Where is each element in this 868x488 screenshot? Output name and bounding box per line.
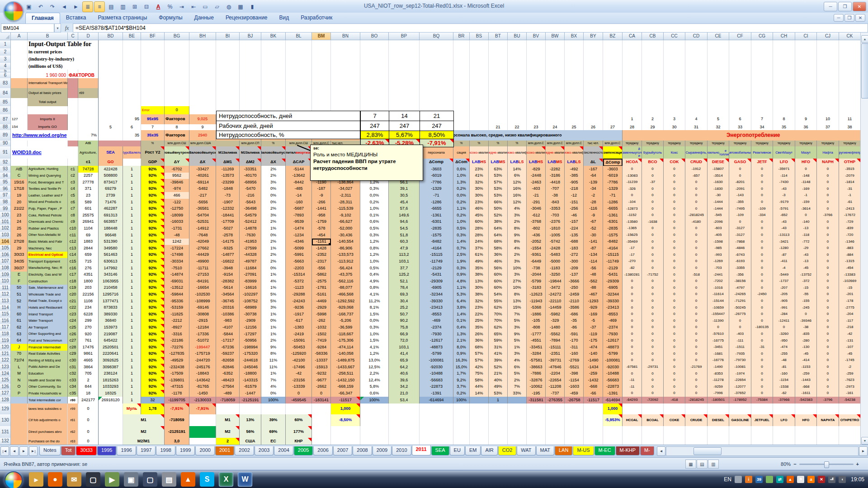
cell-BD115[interactable]: 389330 <box>99 311 123 318</box>
cell-CC108[interactable]: 0 <box>664 265 685 272</box>
cell-C120[interactable]: c28 <box>68 344 78 351</box>
cell-CB92[interactable]: BCO <box>642 159 664 166</box>
cell-BU1[interactable] <box>508 40 527 49</box>
cell-BW112[interactable]: -24272 <box>546 291 565 298</box>
cell-BF111[interactable]: 92% <box>141 285 165 292</box>
cell-BM113[interactable]: -4469 <box>312 298 331 305</box>
cell-BS102[interactable]: 28% <box>470 225 489 232</box>
days-table-value[interactable]: 7 <box>360 111 389 121</box>
cell-BN117[interactable]: -36,599 <box>331 324 360 331</box>
cell-BH106[interactable]: -44429 <box>189 252 216 259</box>
cell-CK109[interactable]: -13383 <box>839 272 861 279</box>
cell-BL104[interactable]: -4346 <box>286 239 312 246</box>
cell-BO104[interactable]: 1,2% <box>360 239 389 246</box>
row-header-113[interactable]: 113 <box>0 298 11 305</box>
cell-A105[interactable]: 29 <box>11 245 28 252</box>
cell-BE108[interactable]: 1 <box>123 265 141 272</box>
cell-BU108[interactable]: 10% <box>508 265 527 272</box>
cell-BG87[interactable]: Факторов <box>165 114 189 125</box>
cell-BK115[interactable]: 1% <box>261 311 286 318</box>
cell-BI131[interactable]: M2 <box>216 426 240 438</box>
cell-C96[interactable]: c4 <box>68 186 78 193</box>
cell-BF125[interactable]: 92% <box>141 377 165 384</box>
cell-BT103[interactable]: 64% <box>489 232 508 239</box>
cell-CI108[interactable]: -45 <box>795 265 817 272</box>
ribbon-tab-Разметка страницы[interactable]: Разметка страницы <box>92 13 153 23</box>
cell-BH92[interactable]: ΔX <box>189 159 216 166</box>
cell-BD129[interactable] <box>99 404 123 415</box>
cell-BE104[interactable]: 1 <box>123 239 141 246</box>
cell-BP1[interactable] <box>389 40 420 49</box>
cell-BI121[interactable]: -59237 <box>216 351 240 358</box>
cell-BE83[interactable] <box>123 78 141 89</box>
cell-B122[interactable]: Renting of M&Eq and <box>28 357 68 364</box>
cell-BT87[interactable] <box>489 114 508 125</box>
cell-BZ111[interactable]: -6905 <box>603 285 623 292</box>
cell-CF95[interactable]: -8201 <box>729 179 751 186</box>
fx-icon[interactable]: fx <box>61 25 73 32</box>
cell-BG91[interactable]: Валовыйвнутренний <box>165 146 189 159</box>
cell-BZ127[interactable]: -1391 <box>603 390 623 397</box>
cell-BX96[interactable]: -218 <box>565 186 584 193</box>
cell-BO122[interactable]: 13,0% <box>360 357 389 364</box>
cell-BU83[interactable] <box>508 78 527 89</box>
cell-CF131[interactable] <box>729 426 751 438</box>
cell-BY126[interactable]: -668 <box>584 384 603 391</box>
cell-CH92[interactable]: LFO <box>773 159 795 166</box>
cell-B101[interactable]: Chemicals and Chemic <box>28 219 68 226</box>
cell-CC126[interactable]: 0 <box>664 384 685 391</box>
cell-C84[interactable] <box>68 88 78 99</box>
cell-BJ4[interactable] <box>240 63 261 70</box>
cell-BV99[interactable]: -3046 <box>527 206 546 213</box>
cell-BZ88[interactable]: 27 <box>603 124 623 131</box>
cell-BT101[interactable]: 38% <box>489 219 508 226</box>
cell-BT124[interactable]: 21% <box>489 371 508 378</box>
cell-BR101[interactable]: 1,0% <box>453 219 470 226</box>
cell-BL96[interactable]: -485 <box>286 186 312 193</box>
cell-BV106[interactable]: -9361 <box>527 252 546 259</box>
cell-CH3[interactable] <box>773 56 795 63</box>
cell-B88[interactable]: Imports GO <box>28 124 68 131</box>
cell-CC96[interactable]: 0 <box>664 186 685 193</box>
sheet-tab-EM[interactable]: EM <box>465 446 481 455</box>
cell-CE112[interactable]: -11614 <box>708 291 729 298</box>
cell-BU112[interactable]: 8% <box>508 291 527 298</box>
cell-BR126[interactable]: 3,7% <box>453 384 470 391</box>
cell-BK1[interactable] <box>261 40 286 49</box>
col-header-CA[interactable]: CA <box>623 33 642 40</box>
cell-BI114[interactable]: -20316 <box>216 305 240 312</box>
cell-BM119[interactable]: -7419 <box>312 338 331 345</box>
cell-BX93[interactable]: -492 <box>565 166 584 173</box>
cell-BH114[interactable]: -69146 <box>189 305 216 312</box>
cell-BE105[interactable]: 1 <box>123 245 141 252</box>
cell-BJ132[interactable]: США <box>240 438 261 445</box>
cell-CA113[interactable]: 0 <box>623 298 642 305</box>
cell-B112[interactable]: Wholesale Trade and <box>28 291 68 298</box>
cell-BF100[interactable]: 92% <box>141 212 165 219</box>
network-icon[interactable]: ᆒ <box>828 476 835 483</box>
cell-CE115[interactable]: -155447 <box>708 311 729 318</box>
cell-BU128[interactable] <box>508 397 527 404</box>
cell-BV127[interactable]: -195 <box>527 390 546 397</box>
cell-A108[interactable]: 36t37 <box>11 265 28 272</box>
col-header-BD[interactable]: BD <box>99 33 123 40</box>
cell-CB94[interactable]: 0 <box>642 173 664 180</box>
cell-B4[interactable]: (millions of US$) <box>28 63 99 70</box>
cell-BE122[interactable]: 1 <box>123 357 141 364</box>
cell-CH97[interactable]: -3 <box>773 192 795 199</box>
cell-CH109[interactable]: -5449 <box>773 272 795 279</box>
cell-BG118[interactable]: -3316 <box>165 331 189 338</box>
cell-CD1[interactable] <box>685 40 708 49</box>
cell-BY2[interactable] <box>584 48 603 56</box>
cell-BG105[interactable]: -17224 <box>165 245 189 252</box>
cell-BW96[interactable]: -707 <box>546 186 565 193</box>
col-header-BX[interactable]: BX <box>565 33 584 40</box>
cell-BG83[interactable] <box>165 78 189 89</box>
cell-BG131[interactable]: -2125191 <box>165 426 189 438</box>
cell-BK122[interactable]: 11% <box>261 357 286 364</box>
cell-BQ96[interactable]: -1329 <box>420 186 453 193</box>
cell-BO128[interactable]: 100% <box>360 397 389 404</box>
cell-BN105[interactable]: -86,906 <box>331 245 360 252</box>
cell-C125[interactable]: c33 <box>68 377 78 384</box>
cell-CB111[interactable]: 0 <box>642 285 664 292</box>
